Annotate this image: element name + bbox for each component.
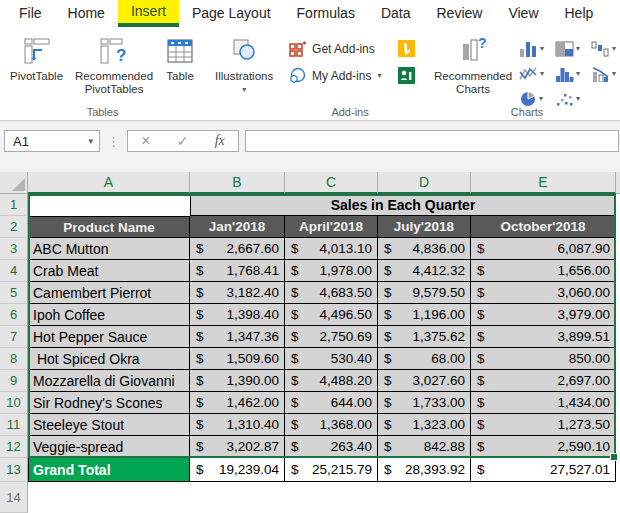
line-chart-button[interactable]: ▾ bbox=[519, 61, 555, 86]
value-cell-jan[interactable]: $1,509.60 bbox=[190, 348, 285, 370]
value-cell-july[interactable]: $1,196.00 bbox=[378, 304, 471, 326]
empty-cell[interactable] bbox=[28, 482, 190, 513]
value-cell-jan[interactable]: $1,768.41 bbox=[190, 260, 285, 282]
row-header-2[interactable]: 2 bbox=[0, 216, 28, 238]
illustrations-button[interactable]: Illustrations ▾ bbox=[209, 30, 279, 94]
value-cell-jan[interactable]: $1,390.00 bbox=[190, 370, 285, 392]
grand-total-april[interactable]: $25,215.79 bbox=[285, 458, 378, 482]
row-header[interactable]: 5 bbox=[0, 282, 28, 304]
column-header-b[interactable]: B bbox=[190, 172, 285, 194]
treemap-chart-button[interactable]: ▾ bbox=[555, 36, 591, 61]
value-cell-october[interactable]: $6,087.90 bbox=[471, 238, 616, 260]
row-header[interactable]: 6 bbox=[0, 304, 28, 326]
product-name-cell[interactable]: Hot Pepper Sauce bbox=[28, 326, 190, 348]
sheet-title-cell[interactable]: Sales in Each Quarter bbox=[190, 194, 616, 216]
recommended-charts-button[interactable]: ? Recommended Charts bbox=[427, 30, 519, 96]
tab-view[interactable]: View bbox=[495, 0, 551, 27]
value-cell-april[interactable]: $644.00 bbox=[285, 392, 378, 414]
value-cell-october[interactable]: $1,273.50 bbox=[471, 414, 616, 436]
column-header-e[interactable]: E bbox=[471, 172, 616, 194]
grand-total-october[interactable]: $27,527.01 bbox=[471, 458, 616, 482]
row-header-1[interactable]: 1 bbox=[0, 194, 28, 216]
cancel-icon[interactable]: × bbox=[141, 132, 150, 150]
column-chart-button[interactable]: ▾ bbox=[519, 36, 555, 61]
value-cell-july[interactable]: $4,836.00 bbox=[378, 238, 471, 260]
column-header-a[interactable]: A bbox=[28, 172, 190, 194]
formula-input[interactable] bbox=[245, 130, 619, 152]
histogram-chart-button[interactable]: ▾ bbox=[555, 61, 591, 86]
table-button[interactable]: Table bbox=[159, 30, 201, 83]
row-header[interactable]: 4 bbox=[0, 260, 28, 282]
row-header[interactable]: 10 bbox=[0, 392, 28, 414]
value-cell-july[interactable]: $842.88 bbox=[378, 436, 471, 458]
tab-review[interactable]: Review bbox=[424, 0, 496, 27]
tab-formulas[interactable]: Formulas bbox=[284, 0, 368, 27]
tab-home[interactable]: Home bbox=[55, 0, 118, 27]
fill-handle[interactable] bbox=[610, 453, 618, 461]
value-cell-jan[interactable]: $1,462.00 bbox=[190, 392, 285, 414]
tab-insert[interactable]: Insert bbox=[118, 0, 179, 27]
value-cell-jan[interactable]: $3,202.87 bbox=[190, 436, 285, 458]
recommended-pivottables-button[interactable]: ? Recommended PivotTables bbox=[69, 30, 159, 96]
value-cell-october[interactable]: $850.00 bbox=[471, 348, 616, 370]
value-cell-october[interactable]: $1,434.00 bbox=[471, 392, 616, 414]
combo-chart-button[interactable]: ▾ bbox=[591, 61, 620, 86]
row-header[interactable]: 9 bbox=[0, 370, 28, 392]
value-cell-july[interactable]: $68.00 bbox=[378, 348, 471, 370]
pivottable-button[interactable]: PivotTable bbox=[4, 30, 69, 83]
value-cell-jan[interactable]: $1,310.40 bbox=[190, 414, 285, 436]
column-header-d[interactable]: D bbox=[378, 172, 471, 194]
value-cell-october[interactable]: $3,899.51 bbox=[471, 326, 616, 348]
value-cell-july[interactable]: $1,375.62 bbox=[378, 326, 471, 348]
value-cell-april[interactable]: $4,013.10 bbox=[285, 238, 378, 260]
grand-total-july[interactable]: $28,393.92 bbox=[378, 458, 471, 482]
value-cell-jan[interactable]: $1,398.40 bbox=[190, 304, 285, 326]
value-cell-jan[interactable]: $3,182.40 bbox=[190, 282, 285, 304]
row-header-14[interactable]: 14 bbox=[0, 482, 28, 513]
column-header-c[interactable]: C bbox=[285, 172, 378, 194]
value-cell-october[interactable]: $3,979.00 bbox=[471, 304, 616, 326]
name-box-dropdown-icon[interactable]: ▾ bbox=[88, 136, 99, 146]
value-cell-april[interactable]: $1,978.00 bbox=[285, 260, 378, 282]
value-cell-april[interactable]: $263.40 bbox=[285, 436, 378, 458]
value-cell-april[interactable]: $4,683.50 bbox=[285, 282, 378, 304]
grand-total-label-cell[interactable]: Grand Total bbox=[28, 458, 190, 482]
product-name-cell[interactable]: ABC Mutton bbox=[28, 238, 190, 260]
value-cell-july[interactable]: $3,027.60 bbox=[378, 370, 471, 392]
row-header[interactable]: 8 bbox=[0, 348, 28, 370]
value-cell-jan[interactable]: $1,347.36 bbox=[190, 326, 285, 348]
header-cell-product-name[interactable]: Product Name bbox=[28, 216, 190, 238]
enter-icon[interactable]: ✓ bbox=[177, 133, 189, 149]
select-all-button[interactable] bbox=[0, 172, 28, 194]
waterfall-chart-button[interactable]: ▾ bbox=[591, 36, 620, 61]
product-name-cell[interactable]: Veggie-spread bbox=[28, 436, 190, 458]
value-cell-july[interactable]: $4,412.32 bbox=[378, 260, 471, 282]
tab-data[interactable]: Data bbox=[368, 0, 424, 27]
get-addins-button[interactable]: Get Add-ins bbox=[289, 40, 415, 57]
grand-total-jan[interactable]: $19,239.04 bbox=[190, 458, 285, 482]
value-cell-october[interactable]: $3,060.00 bbox=[471, 282, 616, 304]
tab-file[interactable]: File bbox=[6, 0, 55, 27]
row-header[interactable]: 7 bbox=[0, 326, 28, 348]
product-name-cell[interactable]: Steeleye Stout bbox=[28, 414, 190, 436]
value-cell-july[interactable]: $1,733.00 bbox=[378, 392, 471, 414]
value-cell-october[interactable]: $1,656.00 bbox=[471, 260, 616, 282]
value-cell-april[interactable]: $4,496.50 bbox=[285, 304, 378, 326]
value-cell-july[interactable]: $9,579.50 bbox=[378, 282, 471, 304]
row-header-13[interactable]: 13 bbox=[0, 458, 28, 482]
product-name-cell[interactable]: Mozzarella di Giovanni bbox=[28, 370, 190, 392]
header-cell-july[interactable]: July'2018 bbox=[378, 216, 471, 238]
row-header[interactable]: 12 bbox=[0, 436, 28, 458]
header-cell-october[interactable]: October'2018 bbox=[471, 216, 616, 238]
active-cell-a1[interactable] bbox=[28, 194, 190, 216]
row-header[interactable]: 11 bbox=[0, 414, 28, 436]
my-addins-button[interactable]: My Add-ins ▾ bbox=[289, 67, 415, 84]
value-cell-april[interactable]: $4,488.20 bbox=[285, 370, 378, 392]
product-name-cell[interactable]: Sir Rodney's Scones bbox=[28, 392, 190, 414]
product-name-cell[interactable]: Ipoh Coffee bbox=[28, 304, 190, 326]
product-name-cell[interactable]: Hot Spiced Okra bbox=[28, 348, 190, 370]
value-cell-april[interactable]: $1,368.00 bbox=[285, 414, 378, 436]
value-cell-april[interactable]: $530.40 bbox=[285, 348, 378, 370]
header-cell-jan[interactable]: Jan'2018 bbox=[190, 216, 285, 238]
product-name-cell[interactable]: Camembert Pierrot bbox=[28, 282, 190, 304]
